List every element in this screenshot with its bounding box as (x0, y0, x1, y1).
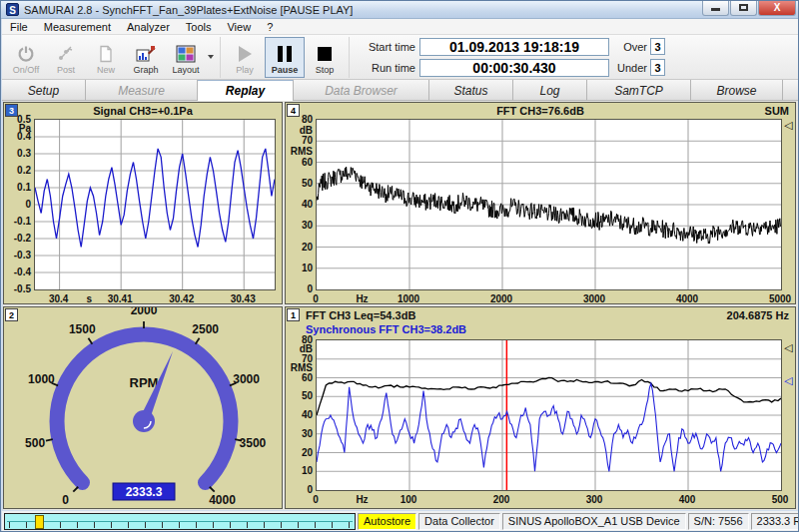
gauge-tick (88, 338, 92, 344)
panel-signal: 3 Signal CH3=+0.1Pa 0.50.40.30.20.10-0.1… (3, 102, 283, 304)
axis-tick-label: dB (286, 343, 313, 354)
panel-fft-sum-badge[interactable]: 4 (287, 104, 300, 117)
axis-tick-label: 400 (665, 494, 709, 505)
axis-tick-label: Hz (341, 494, 385, 505)
tab-status[interactable]: Status (429, 80, 513, 101)
fft_sum-svg (317, 120, 781, 289)
tab-setup[interactable]: Setup (2, 80, 86, 101)
menu-item-tools[interactable]: Tools (178, 20, 220, 34)
run-time-label: Run time (364, 62, 415, 74)
axis-tick-label: 30 (286, 220, 313, 231)
gauge-arc (57, 334, 231, 483)
rpm-gauge-svg: 05001000150020002500300035004000RPM2333.… (4, 307, 282, 508)
maximize-button[interactable] (730, 1, 757, 16)
stop-button[interactable]: Stop (305, 37, 345, 78)
axis-tick-label: 0.1 (4, 182, 31, 193)
gauge-tick (73, 487, 78, 492)
axis-tick-label: -0.4 (4, 266, 31, 277)
onoff-button[interactable]: On/Off (6, 37, 46, 78)
tab-replay[interactable]: Replay (198, 80, 294, 101)
axis-tick-label: 20 (286, 447, 313, 458)
minimize-button[interactable] (702, 1, 729, 16)
axis-tick-label: 200 (479, 494, 523, 505)
axis-tick-label: 10 (286, 465, 313, 476)
axis-tick-label: 0 (294, 293, 338, 304)
panel-fft-sum-corner-label: SUM (765, 105, 789, 117)
panel-rpm-gauge-badge[interactable]: 2 (5, 308, 18, 321)
gauge-unit-label: RPM (130, 375, 159, 390)
axis-tick-label: 0.3 (4, 148, 31, 159)
signal-svg (35, 120, 275, 289)
axis-tick-label: 60 (286, 157, 313, 168)
replay-position-slider[interactable] (4, 513, 356, 530)
close-button[interactable]: X (758, 1, 796, 16)
signal-series-0 (35, 149, 275, 248)
menu-item-view[interactable]: View (219, 20, 259, 34)
axis-tick-label: 30 (286, 428, 313, 439)
axis-tick-label: 3000 (572, 293, 616, 304)
gauge-tick-label: 2500 (192, 322, 219, 336)
signal-plot[interactable] (34, 119, 276, 290)
sync-plot[interactable] (316, 339, 782, 491)
axis-tick-label: 500 (758, 494, 799, 505)
menu-bar: FileMeasurementAnalyzerToolsView? (2, 19, 798, 35)
axis-tick-label: 50 (286, 390, 313, 401)
gauge-tick-label: 500 (25, 436, 45, 450)
tab-bar: SetupMeasureReplayData BrowserStatusLogS… (2, 80, 798, 101)
panel-sync-fft: 1 FFT CH3 Leq=54.3dB Synchronous FFT CH3… (285, 306, 796, 509)
status-cell: 2333.3 RPM (751, 513, 799, 530)
axis-tick-label: -0.1 (4, 216, 31, 227)
panel-sync-fft-badge[interactable]: 1 (287, 308, 300, 321)
menu-item-file[interactable]: File (2, 20, 36, 34)
axis-tick-label: 0 (4, 199, 31, 210)
tab-samtcp[interactable]: SamTCP (587, 80, 691, 101)
graph-icon (136, 43, 156, 65)
over-label: Over (609, 41, 647, 53)
status-bar: Autostore Data CollectorSINUS ApolloBOX_… (2, 511, 799, 532)
panel-fft-sum-title: FFT CH3=76.6dB (286, 105, 795, 117)
gridlines (317, 120, 781, 289)
axis-tick-label: 0.2 (4, 165, 31, 176)
new-button[interactable]: New (86, 37, 126, 78)
panel-signal-badge[interactable]: 3 (5, 104, 18, 117)
axis-tick-label: 30.42 (160, 293, 204, 304)
axis-tick-label: dB (286, 125, 313, 136)
level-marker-icon[interactable]: ◁ (784, 375, 792, 386)
menu-item-measurement[interactable]: Measurement (36, 20, 119, 34)
tab-measure[interactable]: Measure (86, 80, 198, 101)
fft_sum-plot[interactable] (316, 119, 782, 290)
post-button[interactable]: Post (46, 37, 86, 78)
axis-tick-label: 1000 (387, 293, 430, 304)
slider-handle[interactable] (35, 515, 44, 529)
menu-item-analyzer[interactable]: Analyzer (119, 20, 178, 34)
axis-tick-label: -0.5 (4, 283, 31, 294)
level-marker-icon[interactable]: ◁ (784, 120, 792, 131)
layout-button[interactable]: Layout (166, 37, 206, 78)
layout-dropdown-button[interactable] (206, 37, 216, 78)
tab-browse[interactable]: Browse (691, 80, 783, 101)
power-icon (17, 43, 35, 65)
gauge-tick-label: 1000 (28, 372, 55, 386)
axis-tick-label: RMS (286, 146, 313, 157)
play-button[interactable]: Play (225, 37, 265, 78)
stop-icon (318, 43, 332, 65)
time-display-group: Start time 01.09.2013 19:18:19 Over 3 Ru… (350, 38, 665, 77)
gauge-tick-label: 3000 (233, 372, 260, 386)
chevron-down-icon (208, 55, 214, 59)
level-marker-icon[interactable]: ◁ (784, 342, 792, 353)
axis-tick-label: 100 (387, 494, 430, 505)
panel-signal-title: Signal CH3=+0.1Pa (4, 105, 282, 117)
pause-button[interactable]: Pause (265, 37, 305, 78)
axis-tick-label: 50 (286, 178, 313, 189)
tab-log[interactable]: Log (513, 80, 587, 101)
menu-item-help[interactable]: ? (259, 20, 281, 34)
gauge-tick-label: 3500 (240, 436, 267, 450)
axis-tick-label: 300 (572, 494, 616, 505)
axis-tick-label: 60 (286, 372, 313, 383)
gridlines (35, 120, 275, 289)
graph-button[interactable]: Graph (126, 37, 166, 78)
axis-tick-label: Hz (341, 293, 385, 304)
axis-tick-label: Pa (4, 123, 31, 134)
layout-icon (176, 43, 196, 65)
tab-data-browser[interactable]: Data Browser (294, 80, 429, 101)
